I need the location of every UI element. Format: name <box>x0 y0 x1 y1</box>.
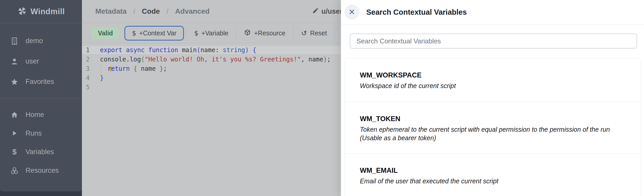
sidebar-item-label: demo <box>26 37 43 45</box>
drawer-title: Search Contextual Variables <box>366 8 467 17</box>
variable-name: WM_EMAIL <box>360 167 625 175</box>
tab-metadata[interactable]: Metadata <box>95 7 126 15</box>
tab-advanced[interactable]: Advanced <box>175 7 210 15</box>
button-label: Reset <box>310 29 327 37</box>
dollar-icon: $ <box>194 29 198 37</box>
contextual-variables-drawer: Search Contextual Variables WM_WORKSPACE… <box>341 0 644 196</box>
variable-name: WM_WORKSPACE <box>360 71 625 79</box>
sidebar-workspace-group: demo user <box>0 23 82 92</box>
dollar-icon: $ <box>132 29 136 37</box>
variable-description: Email of the user that executed the curr… <box>360 177 625 185</box>
user-icon <box>10 58 19 65</box>
windmill-app: Windmill demo <box>0 0 644 196</box>
sidebar-nav-group: Home Runs $ Variables <box>0 99 82 180</box>
variable-description: Token ephemeral to the current script wi… <box>360 125 625 142</box>
contextual-variables-list: WM_WORKSPACE Workspace id of the current… <box>345 58 640 196</box>
variable-name: WM_TOKEN <box>360 115 625 123</box>
toolbar-divider <box>335 26 335 41</box>
lightbulb-icon[interactable] <box>93 56 99 62</box>
sidebar-item-label: Runs <box>26 129 42 137</box>
sidebar-item-label: Favorites <box>26 78 54 86</box>
button-label: +Context Var <box>139 29 176 37</box>
close-icon <box>349 9 355 16</box>
list-item-wm-email[interactable]: WM_EMAIL Email of the user that executed… <box>345 153 640 196</box>
sidebar-item-label: Variables <box>26 148 54 156</box>
sidebar-item-user[interactable]: user <box>0 51 82 72</box>
windmill-logo[interactable]: Windmill <box>0 0 82 23</box>
line-number: 4 <box>82 73 90 83</box>
add-resource-button[interactable]: +Resource <box>236 26 293 41</box>
sidebar-item-demo[interactable]: demo <box>0 31 82 51</box>
sidebar-item-runs[interactable]: Runs <box>0 124 82 143</box>
list-item-wm-token[interactable]: WM_TOKEN Token ephemeral to the current … <box>345 102 640 153</box>
close-drawer-button[interactable] <box>344 5 359 20</box>
sidebar: Windmill demo <box>0 0 82 196</box>
sidebar-item-variables[interactable]: $ Variables <box>0 143 82 161</box>
star-icon <box>10 78 19 86</box>
line-number: 5 <box>82 83 90 92</box>
tab-code[interactable]: Code <box>142 7 160 15</box>
reset-button[interactable]: ↺ Reset <box>293 26 335 41</box>
variable-description: Workspace id of the current script <box>360 82 625 90</box>
line-number: 2 <box>82 55 90 64</box>
dollar-icon: $ <box>10 147 19 156</box>
valid-status-badge: Valid <box>91 27 119 39</box>
button-label: +Variable <box>201 29 228 37</box>
logo-text: Windmill <box>31 7 65 16</box>
toolbar-buttons: $ +Context Var $ +Variable + <box>124 26 335 41</box>
tab-separator: / <box>167 7 168 15</box>
sidebar-item-label: user <box>26 57 39 65</box>
breadcrumb-tabs: Metadata / Code / Advanced <box>95 7 210 15</box>
home-icon <box>10 111 19 119</box>
sidebar-panel: Windmill demo <box>0 0 82 191</box>
play-icon <box>10 130 19 137</box>
sidebar-item-home[interactable]: Home <box>0 105 82 124</box>
drawer-header: Search Contextual Variables <box>341 0 644 25</box>
cubes-icon <box>10 167 19 174</box>
reset-icon: ↺ <box>301 29 307 37</box>
line-number: 3 <box>82 64 90 73</box>
list-item-wm-workspace[interactable]: WM_WORKSPACE Workspace id of the current… <box>345 58 640 102</box>
add-variable-button[interactable]: $ +Variable <box>187 26 236 41</box>
pencil-icon <box>312 7 319 16</box>
add-context-var-button[interactable]: $ +Context Var <box>124 26 184 41</box>
button-label: +Resource <box>254 29 285 37</box>
sidebar-item-favorites[interactable]: Favorites <box>0 72 82 92</box>
line-number: 1 <box>82 45 90 55</box>
windmill-icon <box>17 6 27 17</box>
indent-guide <box>101 64 101 73</box>
sidebar-item-resources[interactable]: Resources <box>0 161 82 180</box>
cube-icon <box>244 29 251 37</box>
search-contextual-variables-input[interactable] <box>350 34 637 49</box>
tab-separator: / <box>133 7 135 15</box>
building-icon <box>10 37 19 45</box>
sidebar-item-label: Resources <box>26 167 59 175</box>
sidebar-item-label: Home <box>26 111 44 119</box>
